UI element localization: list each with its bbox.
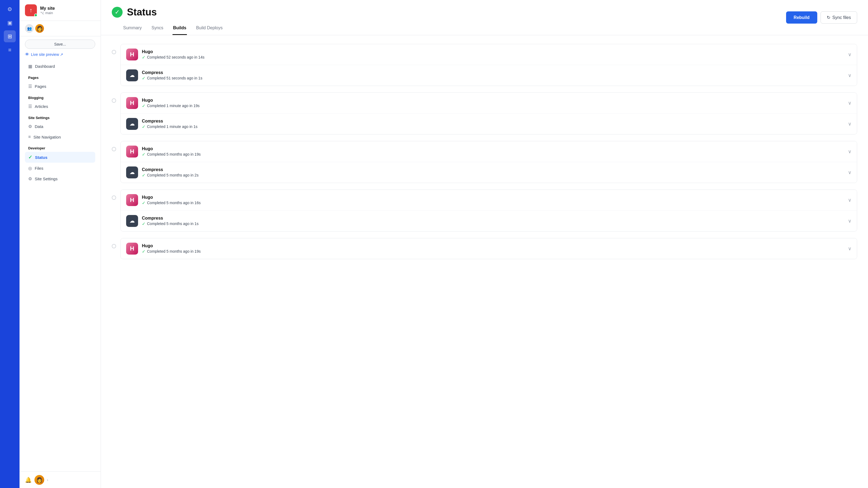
dashboard-icon: ▦ <box>28 64 32 69</box>
branch-icon: ⌥ <box>40 11 44 15</box>
page-title: Status <box>127 6 157 18</box>
hugo-icon: H <box>126 145 138 158</box>
step-status: ✓ Completed 5 months ago in 1s <box>142 221 848 226</box>
step-name: Compress <box>142 216 848 221</box>
compress-icon: ☁ <box>126 215 138 227</box>
sidebar-top-actions: 👥 👩 <box>20 21 101 36</box>
tab-syncs[interactable]: Syncs <box>151 22 164 35</box>
chevron-down-icon[interactable]: ∨ <box>848 197 851 203</box>
chevron-right-icon: › <box>47 478 48 482</box>
status-check-badge: ✓ <box>112 7 123 18</box>
gear-icon[interactable]: ⚙ <box>4 3 16 15</box>
sidebar-item-site-navigation[interactable]: ≡ Site Navigation <box>25 132 95 142</box>
step-status: ✓ Completed 1 minute ago in 1s <box>142 124 848 129</box>
layout-icon[interactable]: ▣ <box>4 17 16 29</box>
chevron-down-icon[interactable]: ∨ <box>848 246 851 252</box>
main-header: ✓ Status Summary Syncs Builds Build Depl… <box>101 0 868 35</box>
status-check-icon: ✓ <box>28 154 32 160</box>
sidebar-header: ↑ My site ⌥ main <box>20 0 101 21</box>
chevron-down-icon[interactable]: ∨ <box>848 100 851 106</box>
hugo-icon: H <box>126 97 138 109</box>
step-info: Hugo ✓ Completed 5 months ago in 16s <box>142 195 848 205</box>
chevron-down-icon[interactable]: ∨ <box>848 218 851 224</box>
build-group: H Hugo ✓ Completed 52 seconds ago in 14s… <box>112 44 857 86</box>
sidebar-item-files[interactable]: ◎ Files <box>25 163 95 173</box>
sidebar-item-data[interactable]: ⚙ Data <box>25 122 95 131</box>
step-check-icon: ✓ <box>142 124 145 129</box>
sidebar-item-status[interactable]: ✓ Status <box>25 152 95 163</box>
rebuild-button[interactable]: Rebuild <box>786 11 817 24</box>
compress-icon: ☁ <box>126 118 138 130</box>
chart-icon[interactable]: ≡ <box>4 44 16 56</box>
notifications-icon[interactable]: 🔔 <box>25 477 32 483</box>
sync-files-button[interactable]: ↻ Sync files <box>820 11 857 24</box>
avatar-group: 👥 👩 <box>25 24 44 33</box>
tab-summary[interactable]: Summary <box>123 22 142 35</box>
build-step: H Hugo ✓ Completed 5 months ago in 19s ∨ <box>121 238 857 259</box>
step-check-icon: ✓ <box>142 103 145 108</box>
step-status: ✓ Completed 5 months ago in 19s <box>142 249 848 254</box>
compress-icon: ☁ <box>126 69 138 82</box>
nav-section-developer: Developer <box>25 142 95 152</box>
step-info: Compress ✓ Completed 5 months ago in 2s <box>142 167 848 178</box>
live-preview-link[interactable]: 👁 Live site preview ↗ <box>25 52 95 57</box>
sidebar-item-label: Data <box>35 124 43 129</box>
site-branch: ⌥ main <box>40 11 55 15</box>
chevron-down-icon[interactable]: ∨ <box>848 149 851 155</box>
sidebar-item-pages[interactable]: ☰ Pages <box>25 82 95 91</box>
files-icon: ◎ <box>28 166 32 171</box>
sidebar-item-articles[interactable]: ☰ Articles <box>25 101 95 111</box>
tab-builds[interactable]: Builds <box>173 22 187 35</box>
build-step: H Hugo ✓ Completed 52 seconds ago in 14s… <box>121 44 857 65</box>
grid-icon[interactable]: ⊞ <box>4 30 16 42</box>
site-info: My site ⌥ main <box>40 6 55 15</box>
sync-icon: ↻ <box>827 15 830 20</box>
step-info: Compress ✓ Completed 5 months ago in 1s <box>142 216 848 226</box>
sidebar-item-label: Pages <box>35 84 46 89</box>
build-card: H Hugo ✓ Completed 1 minute ago in 19s ∨… <box>120 93 857 134</box>
chevron-down-icon[interactable]: ∨ <box>848 72 851 78</box>
step-status: ✓ Completed 52 seconds ago in 14s <box>142 55 848 60</box>
build-step: ☁ Compress ✓ Completed 5 months ago in 2… <box>121 162 857 183</box>
build-list: H Hugo ✓ Completed 52 seconds ago in 14s… <box>112 44 857 259</box>
build-group: H Hugo ✓ Completed 1 minute ago in 19s ∨… <box>112 93 857 134</box>
save-button[interactable]: Save... <box>25 40 95 49</box>
step-status: ✓ Completed 5 months ago in 2s <box>142 173 848 178</box>
timeline-dot <box>112 244 116 248</box>
articles-icon: ☰ <box>28 104 32 109</box>
tab-build-deploys[interactable]: Build Deploys <box>195 22 223 35</box>
timeline-dot <box>112 195 116 200</box>
build-step: ☁ Compress ✓ Completed 1 minute ago in 1… <box>121 113 857 134</box>
sidebar-nav: ▦ Dashboard Pages ☰ Pages Blogging ☰ Art… <box>20 61 101 471</box>
build-step: ☁ Compress ✓ Completed 5 months ago in 1… <box>121 210 857 231</box>
step-check-icon: ✓ <box>142 249 145 254</box>
chevron-down-icon[interactable]: ∨ <box>848 121 851 127</box>
footer-avatar[interactable]: 👩 <box>34 475 44 485</box>
timeline-dot <box>112 50 116 54</box>
sidebar-item-site-settings[interactable]: ⚙ Site Settings <box>25 174 95 184</box>
sidebar-item-dashboard[interactable]: ▦ Dashboard <box>25 61 95 71</box>
build-group: H Hugo ✓ Completed 5 months ago in 16s ∨… <box>112 190 857 231</box>
timeline-dot <box>112 98 116 103</box>
chevron-down-icon[interactable]: ∨ <box>848 169 851 175</box>
user-avatar[interactable]: 👩 <box>35 24 44 33</box>
data-icon: ⚙ <box>28 124 32 129</box>
content-area: H Hugo ✓ Completed 52 seconds ago in 14s… <box>101 35 868 488</box>
timeline-dot <box>112 147 116 151</box>
tabs: Summary Syncs Builds Build Deploys <box>112 22 786 35</box>
build-card: H Hugo ✓ Completed 5 months ago in 16s ∨… <box>120 190 857 231</box>
nav-section-site-settings: Site Settings <box>25 112 95 122</box>
site-status-dot <box>34 13 37 17</box>
step-status: ✓ Completed 51 seconds ago in 1s <box>142 76 848 81</box>
status-title-area: ✓ Status <box>112 6 786 18</box>
site-name: My site <box>40 6 55 11</box>
hugo-icon: H <box>126 48 138 61</box>
team-icon[interactable]: 👥 <box>25 24 34 33</box>
chevron-down-icon[interactable]: ∨ <box>848 52 851 58</box>
build-step: H Hugo ✓ Completed 5 months ago in 19s ∨ <box>121 141 857 162</box>
main-content: ✓ Status Summary Syncs Builds Build Depl… <box>101 0 868 488</box>
step-info: Hugo ✓ Completed 5 months ago in 19s <box>142 243 848 254</box>
step-name: Hugo <box>142 147 848 151</box>
step-status: ✓ Completed 5 months ago in 19s <box>142 152 848 157</box>
build-step: H Hugo ✓ Completed 5 months ago in 16s ∨ <box>121 190 857 210</box>
